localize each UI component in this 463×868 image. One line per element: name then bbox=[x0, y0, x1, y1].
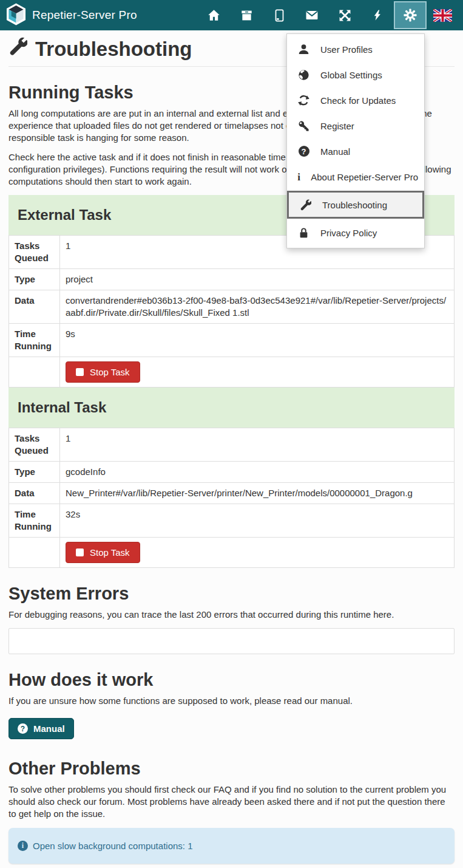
row-label: Type bbox=[9, 462, 60, 483]
lock-icon bbox=[297, 227, 310, 239]
status-bar-message: Open slow background computations: 1 bbox=[33, 841, 193, 851]
other-problems-heading: Other Problems bbox=[8, 759, 455, 779]
row-label: Data bbox=[9, 290, 60, 324]
row-value: gcodeInfo bbox=[60, 462, 455, 483]
row-value: 1 bbox=[60, 428, 455, 462]
menu-item-label: User Profiles bbox=[320, 44, 373, 55]
other-problems-description: To solve other problems you should first… bbox=[8, 784, 455, 820]
table-row: Data convertandrender#eb036b13-2f00-49e8… bbox=[9, 290, 455, 324]
info-icon: i bbox=[297, 172, 300, 182]
question-circle-icon: ? bbox=[297, 146, 310, 157]
status-bar: i Open slow background computations: 1 bbox=[8, 828, 455, 864]
internal-task-header: Internal Task bbox=[8, 388, 455, 428]
menu-item-label: Troubleshooting bbox=[322, 200, 387, 210]
system-errors-log bbox=[8, 628, 455, 654]
settings-gear-icon[interactable] bbox=[394, 1, 427, 29]
row-value: 32s bbox=[60, 504, 455, 538]
user-icon bbox=[297, 44, 310, 55]
refresh-icon bbox=[297, 95, 310, 106]
wrench-icon bbox=[299, 199, 312, 211]
menu-item-about[interactable]: i About Repetier-Server Pro bbox=[287, 164, 424, 190]
info-circle-icon: i bbox=[18, 841, 28, 851]
language-flag-icon[interactable] bbox=[427, 0, 458, 30]
system-errors-heading: System Errors bbox=[8, 584, 455, 604]
row-value: project bbox=[60, 269, 455, 290]
menu-item-troubleshooting[interactable]: Troubleshooting bbox=[287, 191, 424, 219]
brand-title: Repetier-Server Pro bbox=[32, 9, 137, 22]
power-bolt-icon[interactable] bbox=[361, 0, 394, 30]
table-row: Stop Task bbox=[9, 538, 455, 568]
stop-internal-task-button[interactable]: Stop Task bbox=[66, 542, 140, 563]
menu-item-check-for-updates[interactable]: Check for Updates bbox=[287, 87, 424, 113]
question-circle-icon: ? bbox=[18, 723, 28, 734]
navbar-icons bbox=[197, 0, 458, 30]
how-it-works-heading: How does it work bbox=[8, 670, 455, 690]
table-row: Tasks Queued 1 bbox=[9, 428, 455, 462]
table-row: Stop Task bbox=[9, 357, 455, 388]
row-label: Time Running bbox=[9, 504, 60, 538]
row-label: Data bbox=[9, 483, 60, 504]
table-row: Type project bbox=[9, 269, 455, 290]
globe-icon bbox=[297, 69, 310, 81]
external-task-table: Tasks Queued 1 Type project Data convert… bbox=[8, 235, 455, 388]
top-navbar: Repetier-Server Pro bbox=[0, 0, 463, 30]
menu-item-register[interactable]: Register bbox=[287, 113, 424, 138]
stop-icon bbox=[76, 368, 84, 376]
touchscreen-icon[interactable] bbox=[263, 0, 296, 30]
stop-task-label: Stop Task bbox=[90, 547, 130, 558]
menu-item-privacy-policy[interactable]: Privacy Policy bbox=[287, 220, 424, 245]
table-row: Data New_Printer#/var/lib/Repetier-Serve… bbox=[9, 483, 455, 504]
row-value: convertandrender#eb036b13-2f00-49e8-baf3… bbox=[60, 290, 455, 324]
menu-item-user-profiles[interactable]: User Profiles bbox=[287, 36, 424, 62]
row-label: Type bbox=[9, 269, 60, 290]
row-label: Tasks Queued bbox=[9, 236, 60, 269]
stop-task-label: Stop Task bbox=[90, 367, 130, 377]
how-it-works-description: If you are unsure how some functions are… bbox=[8, 695, 455, 707]
home-icon[interactable] bbox=[197, 0, 230, 30]
stop-icon bbox=[76, 548, 84, 556]
repetier-logo-icon bbox=[6, 3, 26, 28]
internal-task-panel: Internal Task Tasks Queued 1 Type gcodeI… bbox=[8, 388, 455, 568]
brand[interactable]: Repetier-Server Pro bbox=[6, 3, 137, 28]
table-row: Type gcodeInfo bbox=[9, 462, 455, 483]
printers-box-icon[interactable] bbox=[230, 0, 263, 30]
manual-button[interactable]: ? Manual bbox=[8, 718, 74, 739]
menu-item-label: Privacy Policy bbox=[320, 228, 377, 238]
settings-dropdown-menu: User Profiles Global Settings Check for … bbox=[286, 33, 425, 248]
table-row: Time Running 9s bbox=[9, 324, 455, 357]
menu-item-global-settings[interactable]: Global Settings bbox=[287, 62, 424, 87]
key-icon bbox=[297, 120, 310, 132]
fullscreen-icon[interactable] bbox=[328, 0, 361, 30]
system-errors-description: For debugging reasons, you can trace the… bbox=[8, 609, 455, 621]
row-label: Time Running bbox=[9, 324, 60, 357]
row-value: New_Printer#/var/lib/Repetier-Server/pri… bbox=[60, 483, 455, 504]
table-row: Time Running 32s bbox=[9, 504, 455, 538]
menu-item-label: Global Settings bbox=[320, 70, 382, 80]
menu-item-manual[interactable]: ? Manual bbox=[287, 138, 424, 164]
menu-item-label: Register bbox=[320, 121, 354, 131]
row-value: 9s bbox=[60, 324, 455, 357]
stop-external-task-button[interactable]: Stop Task bbox=[66, 361, 140, 383]
wrench-icon bbox=[8, 37, 27, 61]
menu-item-label: Manual bbox=[320, 146, 350, 157]
menu-item-label: About Repetier-Server Pro bbox=[311, 172, 418, 182]
row-label: Tasks Queued bbox=[9, 428, 60, 462]
messages-icon[interactable] bbox=[296, 0, 328, 30]
internal-task-table: Tasks Queued 1 Type gcodeInfo Data New_P… bbox=[8, 428, 455, 568]
page-title-text: Troubleshooting bbox=[35, 38, 192, 61]
internal-task-heading: Internal Task bbox=[18, 397, 445, 418]
menu-item-label: Check for Updates bbox=[320, 95, 396, 106]
manual-button-label: Manual bbox=[33, 723, 65, 734]
